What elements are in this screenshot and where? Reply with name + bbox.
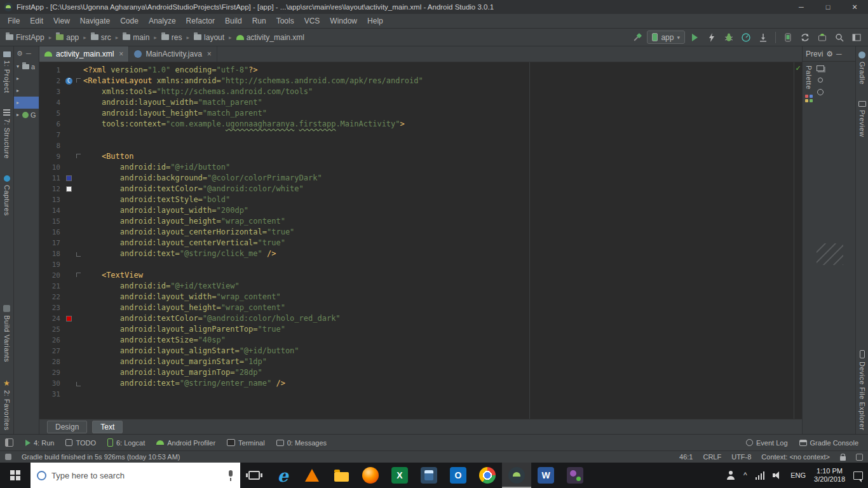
breadcrumb-layout[interactable]: layout bbox=[192, 32, 226, 43]
microphone-icon[interactable] bbox=[227, 470, 234, 481]
code-line[interactable]: 1<?xml version="1.0" encoding="utf-8"?> bbox=[39, 65, 794, 76]
start-button[interactable] bbox=[0, 463, 31, 488]
project-tree-row[interactable]: ▸ bbox=[14, 72, 39, 85]
menu-tools[interactable]: Tools bbox=[271, 14, 299, 29]
breadcrumb-activity-main-xml[interactable]: activity_main.xml bbox=[234, 32, 306, 43]
editor-mode-text[interactable]: Text bbox=[92, 421, 123, 433]
close-button[interactable]: × bbox=[841, 0, 868, 14]
color-swatch-icon[interactable] bbox=[66, 186, 72, 192]
color-swatch-icon[interactable] bbox=[66, 316, 72, 322]
tool-button-0-messages[interactable]: 0: Messages bbox=[272, 437, 331, 449]
expand-open-icon[interactable]: ▾ bbox=[15, 64, 20, 69]
project-tree-row[interactable]: ▸ bbox=[14, 85, 39, 97]
encoding-selector[interactable]: UTF-8 bbox=[731, 453, 751, 461]
tool-button-event-log[interactable]: Event Log bbox=[742, 437, 792, 449]
taskbar-chrome[interactable] bbox=[473, 463, 502, 488]
inspection-status-icon[interactable]: ✓ bbox=[795, 64, 801, 72]
network-icon[interactable] bbox=[756, 471, 765, 480]
taskbar-clock[interactable]: 1:10 PM 3/20/2018 bbox=[814, 467, 845, 484]
background-tasks-icon[interactable] bbox=[856, 454, 863, 461]
project-tree-row[interactable]: ▸G bbox=[14, 109, 39, 121]
breadcrumb-src[interactable]: src bbox=[89, 32, 113, 43]
code-line[interactable]: 25 android:layout_alignParentTop="true" bbox=[39, 324, 794, 335]
breadcrumb-firstapp[interactable]: FirstApp bbox=[4, 32, 46, 43]
people-icon[interactable] bbox=[726, 471, 735, 480]
search-icon[interactable] bbox=[832, 30, 847, 45]
expand-closed-icon[interactable]: ▸ bbox=[15, 100, 20, 105]
project-tree-row[interactable]: ▸ bbox=[14, 97, 39, 109]
hide-panel-icon[interactable]: ─ bbox=[836, 50, 842, 58]
tool-button-build-variants[interactable]: Build Variants bbox=[3, 305, 11, 362]
close-tab-icon[interactable]: × bbox=[119, 50, 123, 58]
project-tree-row[interactable]: ▾a bbox=[14, 60, 39, 72]
errors-icon[interactable] bbox=[817, 89, 824, 95]
code-line[interactable]: 22 android:layout_width="wrap_content" bbox=[39, 292, 794, 302]
sdk-manager-icon[interactable] bbox=[815, 30, 830, 45]
code-line[interactable]: 19 bbox=[39, 259, 794, 270]
taskbar-search[interactable] bbox=[31, 463, 240, 488]
layers-icon[interactable] bbox=[817, 65, 824, 71]
language-indicator[interactable]: ENG bbox=[790, 471, 806, 479]
code-line[interactable]: 30 android:text="@string/enter_name" /> bbox=[39, 378, 794, 389]
tool-button-terminal[interactable]: Terminal bbox=[222, 437, 269, 449]
tool-button-captures[interactable]: Captures bbox=[3, 175, 11, 216]
tool-button-todo[interactable]: TODO bbox=[61, 437, 100, 449]
taskbar-word[interactable]: W bbox=[531, 463, 560, 488]
code-line[interactable]: 29 android:layout_marginTop="28dp" bbox=[39, 367, 794, 378]
tool-button-7-structure[interactable]: 7: Structure bbox=[3, 109, 11, 159]
taskbar-vlc[interactable] bbox=[297, 463, 327, 488]
menu-file[interactable]: File bbox=[3, 14, 25, 29]
profiler-button[interactable] bbox=[738, 30, 754, 45]
action-center-icon[interactable] bbox=[853, 471, 863, 480]
breadcrumb-res[interactable]: res bbox=[159, 32, 184, 43]
expand-closed-icon[interactable]: ▸ bbox=[15, 88, 20, 93]
editor[interactable]: 1<?xml version="1.0" encoding="utf-8"?>2… bbox=[39, 62, 802, 419]
code-line[interactable]: 20 <TextView bbox=[39, 270, 794, 281]
code-line[interactable]: 4 android:layout_width="match_parent" bbox=[39, 97, 794, 108]
code-line[interactable]: 2C<RelativeLayout xmlns:android="http://… bbox=[39, 76, 794, 86]
make-project-icon[interactable] bbox=[630, 30, 645, 45]
tool-button-2-favorites[interactable]: ★2: Favorites bbox=[3, 379, 11, 430]
code-line[interactable]: 3 xmlns:tools="http://schemas.android.co… bbox=[39, 86, 794, 97]
tool-button-6-logcat[interactable]: 6: Logcat bbox=[103, 437, 149, 449]
taskbar-outlook[interactable]: O bbox=[444, 463, 473, 488]
expand-closed-icon[interactable]: ▸ bbox=[15, 112, 20, 118]
fold-start-icon[interactable] bbox=[76, 78, 81, 83]
menu-vcs[interactable]: VCS bbox=[299, 14, 325, 29]
lock-icon[interactable] bbox=[840, 456, 846, 461]
pin-icon[interactable] bbox=[818, 78, 823, 83]
close-tab-icon[interactable]: × bbox=[207, 50, 212, 58]
menu-window[interactable]: Window bbox=[325, 14, 362, 29]
status-message[interactable]: Gradle build finished in 5s 926ms (today… bbox=[22, 453, 669, 461]
editor-scrollbar[interactable]: ✓ bbox=[794, 62, 802, 419]
caret-position[interactable]: 46:1 bbox=[679, 453, 693, 461]
code-line[interactable]: 21 android:id="@+id/textView" bbox=[39, 281, 794, 292]
code-line[interactable]: 8 bbox=[39, 140, 794, 151]
breadcrumb-app[interactable]: app bbox=[54, 32, 81, 43]
sync-project-icon[interactable] bbox=[797, 30, 813, 45]
menu-refactor[interactable]: Refactor bbox=[181, 14, 220, 29]
menu-code[interactable]: Code bbox=[115, 14, 144, 29]
taskbar-calculator[interactable] bbox=[414, 463, 444, 488]
menu-build[interactable]: Build bbox=[220, 14, 247, 29]
code-line[interactable]: 26 android:textSize="40sp" bbox=[39, 335, 794, 346]
expand-closed-icon[interactable]: ▸ bbox=[15, 76, 20, 81]
code-line[interactable]: 13 android:textStyle="bold" bbox=[39, 194, 794, 205]
code-line[interactable]: 9 <Button bbox=[39, 151, 794, 162]
maximize-button[interactable]: □ bbox=[815, 0, 841, 14]
code-line[interactable]: 12 android:textColor="@android:color/whi… bbox=[39, 184, 794, 194]
tool-button-gradle[interactable]: Gradle bbox=[858, 51, 866, 85]
tab-mainactivity-java[interactable]: MainActivity.java× bbox=[129, 46, 217, 62]
avd-manager-icon[interactable] bbox=[780, 30, 796, 45]
fold-end-icon[interactable] bbox=[76, 382, 81, 386]
taskbar-android-studio[interactable] bbox=[502, 463, 531, 488]
debug-button[interactable] bbox=[721, 30, 736, 45]
gear-icon[interactable]: ⚙ bbox=[17, 50, 23, 58]
code-line[interactable]: 28 android:layout_marginStart="1dp" bbox=[39, 356, 794, 367]
code-line[interactable]: 31 bbox=[39, 389, 794, 400]
instant-run-icon[interactable] bbox=[704, 30, 719, 45]
volume-icon[interactable] bbox=[773, 471, 782, 480]
tool-button-4-run[interactable]: 4: Run bbox=[21, 437, 58, 449]
menu-edit[interactable]: Edit bbox=[25, 14, 48, 29]
code-line[interactable]: 7 bbox=[39, 130, 794, 140]
